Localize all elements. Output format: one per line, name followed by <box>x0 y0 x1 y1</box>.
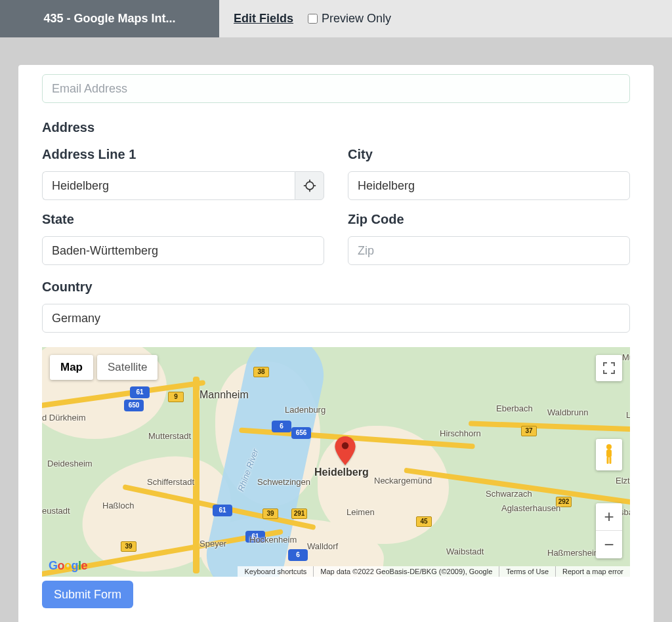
road-shield: 39 <box>262 508 278 519</box>
city-label: City <box>348 147 630 162</box>
map-city: Limbac <box>626 410 630 420</box>
map-fullscreen-button[interactable] <box>596 355 622 381</box>
map-city: d Dürkheim <box>42 413 85 423</box>
map-report-error[interactable]: Report a map error <box>555 566 630 577</box>
country-field[interactable] <box>42 304 630 333</box>
submit-button[interactable]: Submit Form <box>42 581 133 608</box>
svg-point-5 <box>342 442 348 449</box>
map-city: Ladenburg <box>285 405 326 415</box>
road-shield: 38 <box>253 367 269 377</box>
city-field[interactable] <box>348 171 630 200</box>
map-city-main: Heidelberg <box>314 466 369 478</box>
map-type-switcher: Map Satellite <box>50 355 158 380</box>
map-city: Deidesheim <box>47 459 93 468</box>
map-pin-icon <box>335 436 356 465</box>
map-city: Hirschhorn <box>440 428 481 438</box>
google-map[interactable]: 61 650 6 656 61 61 6 38 9 37 39 291 39 4… <box>42 347 630 577</box>
map-city: Mannheim <box>200 389 249 401</box>
map-city: Waldbrunn <box>547 407 588 417</box>
map-data-copyright: Map data ©2022 GeoBasis-DE/BKG (©2009), … <box>313 566 499 577</box>
hwy-shield: 6 <box>288 549 308 561</box>
map-city: Eberbach <box>496 404 533 413</box>
hwy-shield: 61 <box>130 386 150 398</box>
road-shield: 37 <box>521 426 537 436</box>
google-logo: Google <box>49 559 87 573</box>
pegman-icon <box>602 444 616 466</box>
road-shield: 45 <box>416 516 432 527</box>
geolocate-button[interactable] <box>295 171 324 200</box>
svg-point-6 <box>606 444 612 449</box>
map-city: Speyer <box>200 539 226 549</box>
hwy-shield: 6 <box>272 421 291 432</box>
address-section-title: Address <box>42 120 630 135</box>
email-field[interactable] <box>42 74 630 103</box>
map-zoom-control: + − <box>596 503 622 558</box>
map-city: Haßmersheim <box>547 548 601 558</box>
map-city: Hockenheim <box>249 535 297 545</box>
tab-edit-fields[interactable]: Edit Fields <box>219 0 308 37</box>
map-zoom-in[interactable]: + <box>596 503 622 531</box>
map-city: Haßloch <box>102 501 134 510</box>
hwy-shield: 656 <box>291 427 311 439</box>
map-type-map[interactable]: Map <box>50 355 93 380</box>
map-city: Aglasterhausen <box>501 503 560 513</box>
preview-only-label: Preview Only <box>322 12 391 26</box>
zip-label: Zip Code <box>348 212 630 227</box>
map-marker[interactable] <box>335 436 356 468</box>
svg-point-0 <box>306 182 314 190</box>
address1-label: Address Line 1 <box>42 147 324 162</box>
map-city: Mutterstadt <box>148 431 191 441</box>
map-city: Mudau <box>622 352 630 362</box>
hwy-shield: 650 <box>124 400 144 411</box>
map-city: Elztal <box>616 476 630 486</box>
map-type-satellite[interactable]: Satellite <box>97 355 158 380</box>
map-attribution: Keyboard shortcuts Map data ©2022 GeoBas… <box>238 566 630 577</box>
map-city: Schifferstadt <box>147 477 194 487</box>
road-shield: 291 <box>291 508 307 519</box>
road-shield: 39 <box>121 541 136 552</box>
svg-rect-7 <box>606 449 612 457</box>
map-city: Schwarzach <box>486 489 532 499</box>
road-shield: 9 <box>168 392 184 402</box>
svg-rect-8 <box>607 457 609 464</box>
preview-only-checkbox[interactable] <box>308 14 318 24</box>
country-label: Country <box>42 280 630 295</box>
svg-rect-9 <box>610 457 612 464</box>
state-field[interactable] <box>42 236 324 265</box>
map-city: Walldorf <box>307 541 338 551</box>
address1-field[interactable] <box>42 171 295 200</box>
hwy-shield: 61 <box>213 505 232 516</box>
crosshair-icon <box>303 179 316 192</box>
map-pegman[interactable] <box>596 439 622 470</box>
map-city: Schwetzingen <box>257 477 310 487</box>
fullscreen-icon <box>603 362 615 374</box>
map-city: eustadt <box>42 506 70 516</box>
map-city: Waibstadt <box>446 547 484 556</box>
map-terms[interactable]: Terms of Use <box>499 566 555 577</box>
map-keyboard-shortcuts[interactable]: Keyboard shortcuts <box>238 566 313 577</box>
tab-form-title[interactable]: 435 - Google Maps Int... <box>0 0 219 37</box>
state-label: State <box>42 212 324 227</box>
form-page: Address Address Line 1 City <box>18 65 654 622</box>
map-zoom-out[interactable]: − <box>596 531 622 558</box>
map-city: Neckargemünd <box>374 476 432 486</box>
map-city: Leimen <box>346 507 375 517</box>
preview-only-toggle[interactable]: Preview Only <box>308 0 391 37</box>
zip-field[interactable] <box>348 236 630 265</box>
